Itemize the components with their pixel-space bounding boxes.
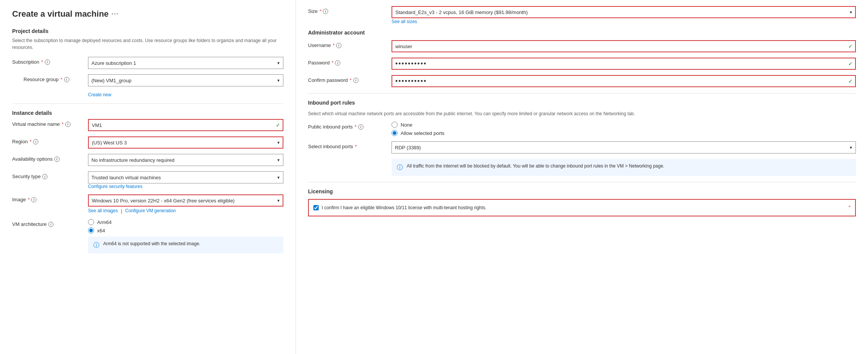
confirm-password-input[interactable] (392, 75, 856, 87)
none-radio[interactable] (392, 122, 398, 128)
vm-arch-info-icon[interactable]: i (48, 222, 53, 227)
confirm-password-check-icon: ✓ (848, 78, 853, 84)
password-row: Password * i ✓ (308, 58, 856, 70)
security-type-select[interactable]: Trusted launch virtual machines (88, 171, 283, 183)
username-input-wrapper: ✓ (392, 40, 856, 52)
arm64-info-icon: ⓘ (93, 241, 99, 250)
password-input[interactable] (392, 58, 856, 70)
configure-vm-link[interactable]: Configure VM generation (125, 208, 176, 214)
password-info-icon[interactable]: i (335, 60, 340, 66)
size-select[interactable]: Standard_E2s_v3 - 2 vcpus, 16 GiB memory… (392, 6, 856, 18)
region-label: Region * i (12, 136, 88, 144)
image-row: Image * i Windows 10 Pro, version 22H2 -… (12, 194, 283, 214)
availability-label: Availability options i (12, 154, 88, 162)
vm-arch-control: Arm64 x64 ⓘ Arm64 is not supported with … (88, 219, 283, 254)
none-radio-item[interactable]: None (392, 122, 856, 128)
public-inbound-row: Public inbound ports * i None Allow sele… (308, 122, 856, 136)
subscription-info-icon[interactable]: i (45, 60, 50, 65)
arm64-info-box: ⓘ Arm64 is not supported with the select… (88, 237, 283, 254)
username-check-icon: ✓ (848, 43, 853, 49)
security-type-row: Security type i Trusted launch virtual m… (12, 171, 283, 189)
size-info-icon[interactable]: i (323, 9, 328, 14)
vm-name-control: ✓ (88, 119, 283, 131)
inbound-info-box: ⓘ All traffic from the internet will be … (392, 159, 856, 176)
see-all-images-link[interactable]: See all images (88, 208, 118, 214)
image-select[interactable]: Windows 10 Pro, version 22H2 - x64 Gen2 … (88, 194, 283, 207)
arm64-radio[interactable] (88, 219, 94, 225)
security-type-control: Trusted launch virtual machines ▼ Config… (88, 171, 283, 189)
availability-info-icon[interactable]: i (54, 157, 60, 162)
size-select-wrapper: Standard_E2s_v3 - 2 vcpus, 16 GiB memory… (392, 6, 856, 18)
size-row: Size * i Standard_E2s_v3 - 2 vcpus, 16 G… (308, 6, 856, 24)
arm64-info-text: Arm64 is not supported with the selected… (103, 240, 200, 247)
allow-selected-radio-item[interactable]: Allow selected ports (392, 130, 856, 136)
instance-details-title: Instance details (12, 110, 283, 116)
none-label: None (401, 122, 412, 128)
inbound-rules-title: Inbound port rules (308, 100, 856, 106)
public-inbound-radio-group: None Allow selected ports (392, 122, 856, 136)
vm-arch-label: VM architecture i (12, 219, 88, 227)
security-type-label: Security type i (12, 171, 88, 179)
vm-name-info-icon[interactable]: i (65, 122, 71, 127)
arm64-label: Arm64 (97, 219, 112, 225)
project-details-title: Project details (12, 28, 283, 34)
size-control: Standard_E2s_v3 - 2 vcpus, 16 GiB memory… (392, 6, 856, 24)
vm-name-input[interactable] (88, 119, 283, 131)
vm-arch-row: VM architecture i Arm64 x64 ⓘ Arm64 is n… (12, 219, 283, 254)
vm-name-input-wrapper: ✓ (88, 119, 283, 131)
allow-selected-radio[interactable] (392, 130, 398, 136)
password-control: ✓ (392, 58, 856, 70)
divider-right-2 (308, 182, 856, 182)
arm64-radio-item[interactable]: Arm64 (88, 219, 283, 225)
public-inbound-control: None Allow selected ports (392, 122, 856, 136)
username-info-icon[interactable]: i (336, 43, 341, 48)
public-inbound-info-icon[interactable]: i (358, 124, 363, 130)
username-label: Username * i (308, 40, 392, 48)
vm-name-label: Virtual machine name * i (12, 119, 88, 127)
size-label: Size * i (308, 6, 392, 14)
select-inbound-select[interactable]: RDP (3389) (392, 141, 856, 154)
project-details-desc: Select the subscription to manage deploy… (12, 37, 283, 51)
resource-group-row: Resource group * i (New) VM1_group ▼ (12, 74, 283, 86)
region-info-icon[interactable]: i (33, 139, 38, 144)
security-type-info-icon[interactable]: i (42, 174, 47, 179)
confirm-password-control: ✓ (392, 75, 856, 87)
resource-group-select[interactable]: (New) VM1_group (88, 74, 283, 86)
public-inbound-label: Public inbound ports * i (308, 122, 392, 130)
create-new-link[interactable]: Create new (88, 92, 111, 97)
resource-group-info-icon[interactable]: i (64, 77, 69, 82)
availability-control: No infrastructure redundancy required ▼ (88, 154, 283, 166)
confirm-password-input-wrapper: ✓ (392, 75, 856, 87)
create-new-link-wrapper: Create new (88, 92, 283, 97)
subscription-select[interactable]: Azure subscription 1 (88, 57, 283, 69)
password-check-icon: ✓ (848, 61, 853, 67)
select-inbound-select-wrapper: RDP (3389) ▼ (392, 141, 856, 154)
username-control: ✓ (392, 40, 856, 52)
page-title: Create a virtual machine ··· (12, 9, 283, 19)
region-select-wrapper: (US) West US 3 ▼ (88, 136, 283, 149)
availability-select[interactable]: No infrastructure redundancy required (88, 154, 283, 166)
vm-name-row: Virtual machine name * i ✓ (12, 119, 283, 131)
resource-group-control: (New) VM1_group ▼ (88, 74, 283, 86)
ellipsis: ··· (112, 11, 119, 17)
vm-name-check-icon: ✓ (276, 122, 280, 128)
vm-arch-radio-group: Arm64 x64 (88, 219, 283, 233)
image-info-icon[interactable]: i (31, 197, 36, 202)
configure-security-link[interactable]: Configure security features (88, 184, 142, 189)
select-inbound-row: Select inbound ports * RDP (3389) ▼ (308, 141, 856, 154)
licensing-checkbox[interactable] (313, 205, 319, 210)
security-type-select-wrapper: Trusted launch virtual machines ▼ (88, 171, 283, 183)
admin-account-title: Administrator account (308, 30, 856, 36)
confirm-password-label: Confirm password * i (308, 75, 392, 83)
x64-radio-item[interactable]: x64 (88, 227, 283, 233)
confirm-password-row: Confirm password * i ✓ (308, 75, 856, 87)
left-panel: Create a virtual machine ··· Project det… (0, 0, 296, 354)
image-links: See all images | Configure VM generation (88, 208, 283, 214)
username-input[interactable] (392, 40, 856, 52)
username-row: Username * i ✓ (308, 40, 856, 52)
x64-radio[interactable] (88, 227, 94, 233)
licensing-title: Licensing (308, 188, 856, 194)
region-select[interactable]: (US) West US 3 (88, 136, 283, 149)
confirm-password-info-icon[interactable]: i (353, 78, 359, 83)
see-all-sizes-link[interactable]: See all sizes (392, 19, 856, 24)
